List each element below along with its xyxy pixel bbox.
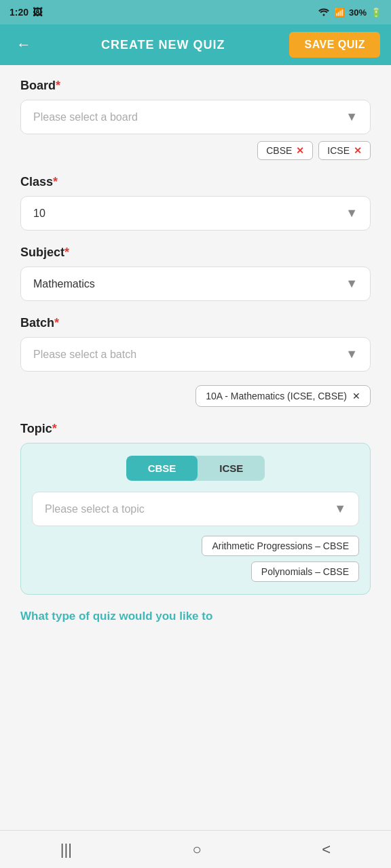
topic-dropdown-arrow: ▼ (334, 502, 346, 516)
status-right: 📶 30% 🔋 (318, 7, 381, 18)
back-nav-button[interactable]: < (308, 835, 344, 864)
batch-dropdown-arrow: ▼ (346, 347, 358, 361)
board-dropdown[interactable]: Please select a board ▼ (20, 100, 371, 134)
topic-tag-1[interactable]: Arithmetic Progressions – CBSE (202, 536, 359, 556)
class-section: Class* 10 ▼ (20, 175, 371, 231)
topic-tag-2[interactable]: Polynomials – CBSE (251, 561, 359, 582)
batch-tag[interactable]: 10A - Mathematics (ICSE, CBSE) ✕ (196, 385, 371, 407)
main-content: Board* Please select a board ▼ CBSE ✕ IC… (0, 65, 391, 650)
topic-dropdown[interactable]: Please select a topic ▼ (32, 492, 359, 526)
class-dropdown[interactable]: 10 ▼ (20, 196, 371, 231)
menu-nav-button[interactable]: ||| (47, 835, 86, 864)
topic-tags: Arithmetic Progressions – CBSE Polynomia… (32, 536, 359, 582)
board-placeholder: Please select a board (33, 111, 138, 123)
class-dropdown-arrow: ▼ (346, 206, 358, 220)
subject-section: Subject* Mathematics ▼ (20, 245, 371, 301)
batch-label: Batch* (20, 316, 371, 330)
battery-icon: 🔋 (371, 7, 381, 18)
icse-tag-close[interactable]: ✕ (354, 145, 362, 156)
batch-section: Batch* Please select a batch ▼ 10A - Mat… (20, 316, 371, 407)
topic-label: Topic* (20, 422, 371, 436)
status-left: 1:20 🖼 (10, 7, 42, 18)
subject-label: Subject* (20, 245, 371, 260)
wifi-icon (318, 7, 330, 18)
battery-percent: 30% (349, 7, 367, 18)
time: 1:20 (10, 7, 29, 18)
home-nav-button[interactable]: ○ (179, 835, 215, 864)
header-title: CREATE NEW QUIZ (101, 38, 225, 52)
batch-placeholder: Please select a batch (33, 349, 136, 361)
subject-value: Mathematics (33, 278, 95, 290)
bottom-nav: ||| ○ < (0, 830, 391, 868)
batch-tag-close[interactable]: ✕ (352, 391, 360, 401)
class-value: 10 (33, 208, 45, 220)
board-section: Board* Please select a board ▼ CBSE ✕ IC… (20, 79, 371, 160)
batch-dropdown[interactable]: Please select a batch ▼ (20, 337, 371, 372)
cbse-tag[interactable]: CBSE ✕ (257, 141, 313, 160)
board-tags: CBSE ✕ ICSE ✕ (20, 141, 371, 160)
topic-container: CBSE ICSE Please select a topic ▼ Arithm… (20, 443, 371, 595)
board-dropdown-arrow: ▼ (346, 110, 358, 124)
batch-tag-value: 10A - Mathematics (ICSE, CBSE) (206, 391, 347, 401)
topic-placeholder: Please select a topic (45, 503, 145, 515)
board-label: Board* (20, 79, 371, 93)
subject-dropdown-arrow: ▼ (346, 277, 358, 291)
save-quiz-button[interactable]: SAVE QUIZ (289, 32, 380, 58)
cbse-tag-close[interactable]: ✕ (296, 145, 304, 156)
back-button[interactable]: ← (11, 33, 37, 56)
icse-toggle-button[interactable]: ICSE (198, 456, 265, 481)
notification-icon: 🖼 (33, 7, 42, 18)
status-bar: 1:20 🖼 📶 30% 🔋 (0, 0, 391, 24)
subject-dropdown[interactable]: Mathematics ▼ (20, 267, 371, 301)
class-label: Class* (20, 175, 371, 189)
icse-tag[interactable]: ICSE ✕ (318, 141, 371, 160)
cbse-toggle-button[interactable]: CBSE (126, 456, 198, 481)
footer-question: What type of quiz would you like to (20, 610, 371, 637)
header: ← CREATE NEW QUIZ SAVE QUIZ (0, 24, 391, 65)
board-toggle: CBSE ICSE (126, 456, 265, 481)
signal-icon: 📶 (334, 7, 345, 18)
topic-section: Topic* CBSE ICSE Please select a topic ▼… (20, 422, 371, 595)
